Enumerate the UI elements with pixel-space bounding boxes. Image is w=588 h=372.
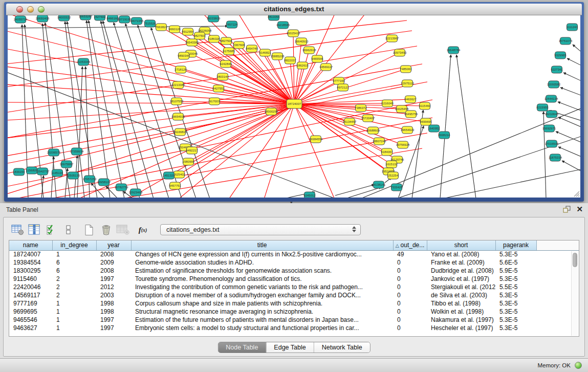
- column-header-pagerank[interactable]: pagerank: [495, 240, 536, 250]
- network-node[interactable]: 1640952: [428, 125, 440, 132]
- cell-short[interactable]: Dudbridge et al. (2008): [427, 267, 495, 275]
- cell-out_degree[interactable]: 0: [393, 267, 427, 275]
- cell-short[interactable]: Franke et al. (2009): [427, 258, 495, 267]
- network-graph[interactable]: 2405572420691406140033221065328715276028…: [8, 15, 580, 198]
- cell-name[interactable]: 9465546: [9, 316, 52, 324]
- network-node[interactable]: 19756928: [396, 141, 410, 148]
- table-row[interactable]: 1456911722003Disruption of a novel membe…: [9, 291, 579, 299]
- network-node[interactable]: 15720407: [361, 115, 375, 122]
- window-resize-grip[interactable]: [573, 190, 580, 197]
- network-node[interactable]: 9699695: [420, 118, 432, 125]
- network-node[interactable]: 30975887: [60, 161, 74, 168]
- table-row[interactable]: 946554611997Estimation of the future num…: [9, 316, 579, 324]
- network-node[interactable]: 2803144: [216, 73, 229, 80]
- network-node[interactable]: 8912954: [182, 28, 194, 35]
- table-row[interactable]: 2242004622012Investigating the contribut…: [9, 283, 579, 291]
- network-node[interactable]: 9227341: [551, 66, 563, 73]
- cell-title[interactable]: Investigating the contribution of common…: [131, 283, 393, 291]
- cell-name[interactable]: 18300295: [9, 267, 52, 275]
- column-header-short[interactable]: short: [427, 240, 495, 250]
- network-node[interactable]: 9184067: [381, 148, 393, 156]
- cell-in_degree[interactable]: 1: [52, 308, 96, 316]
- cell-short[interactable]: Jankovic et al. (1997): [427, 275, 495, 283]
- cell-pagerank[interactable]: 5.9E-5: [495, 267, 536, 275]
- cell-in_degree[interactable]: 1: [52, 299, 96, 308]
- cell-out_degree[interactable]: 0: [393, 275, 427, 283]
- network-node[interactable]: 9492217: [186, 147, 198, 154]
- network-node[interactable]: 10958107: [97, 179, 111, 186]
- cell-in_degree[interactable]: 2: [52, 275, 96, 283]
- cell-in_degree[interactable]: 1: [52, 250, 96, 258]
- cell-out_degree[interactable]: 0: [393, 324, 427, 332]
- network-node[interactable]: 21053346: [77, 58, 91, 65]
- network-node[interactable]: 19654935: [171, 113, 185, 120]
- network-node[interactable]: 15885208: [271, 53, 285, 60]
- network-node[interactable]: 20691406: [36, 15, 50, 22]
- cell-out_degree[interactable]: 0: [393, 299, 427, 308]
- network-node[interactable]: 14569117: [319, 63, 333, 71]
- cell-title[interactable]: Corpus callosum shape and size in male p…: [131, 299, 393, 308]
- cell-name[interactable]: 9777169: [9, 299, 52, 308]
- network-node[interactable]: 12093582: [547, 81, 561, 88]
- network-node[interactable]: 18724007: [287, 99, 302, 108]
- network-window-titlebar[interactable]: citations_edges.txt: [6, 4, 582, 15]
- network-node[interactable]: 1580995: [182, 158, 194, 165]
- cell-pagerank[interactable]: 5.3E-5: [495, 250, 536, 258]
- table-scrollbar-thumb[interactable]: [573, 253, 577, 267]
- network-node[interactable]: 9242848: [220, 60, 232, 68]
- cell-short[interactable]: Wolkin et al. (1998): [427, 308, 495, 316]
- cell-title[interactable]: Estimation of the future numbers of pati…: [131, 316, 393, 324]
- network-node[interactable]: 1111243: [567, 24, 578, 31]
- cell-year[interactable]: 2008: [96, 267, 131, 275]
- cell-pagerank[interactable]: 5.3E-5: [495, 324, 536, 332]
- cell-short[interactable]: de Silva et al. (2003): [427, 291, 495, 299]
- cell-in_degree[interactable]: 6: [52, 258, 96, 267]
- tab-node-table[interactable]: Node Table: [218, 342, 266, 353]
- new-column-icon[interactable]: [81, 223, 97, 237]
- network-node[interactable]: 20206576: [47, 149, 61, 156]
- network-node[interactable]: 2367608: [233, 41, 245, 49]
- tab-edge-table[interactable]: Edge Table: [266, 342, 314, 353]
- network-node[interactable]: 7663822: [155, 24, 167, 31]
- network-node[interactable]: 1839154: [13, 168, 25, 176]
- cell-out_degree[interactable]: 0: [393, 291, 427, 299]
- cell-in_degree[interactable]: 2: [52, 291, 96, 299]
- network-node[interactable]: 9465546: [311, 55, 323, 62]
- network-node[interactable]: 9890344: [178, 52, 190, 59]
- cell-pagerank[interactable]: 5.6E-5: [495, 258, 536, 267]
- network-node[interactable]: 10653287: [79, 15, 93, 20]
- network-node[interactable]: 252254: [388, 172, 399, 179]
- cell-title[interactable]: Structural magnetic resonance image aver…: [131, 308, 393, 316]
- network-node[interactable]: 15134457: [343, 118, 357, 125]
- cell-name[interactable]: 14569117: [9, 291, 52, 299]
- network-node[interactable]: 9245012: [303, 192, 316, 198]
- network-node[interactable]: 6216049: [381, 100, 394, 107]
- network-node[interactable]: 15692971: [542, 125, 556, 132]
- table-mode-icon[interactable]: [10, 223, 25, 237]
- cell-title[interactable]: Changes of HCN gene expression and I(f) …: [131, 250, 393, 258]
- network-node[interactable]: 1451329: [163, 172, 175, 179]
- cell-out_degree[interactable]: 0: [393, 283, 427, 291]
- cell-in_degree[interactable]: 1: [52, 316, 96, 324]
- network-node[interactable]: 7857224: [226, 21, 238, 28]
- network-node[interactable]: 1527602: [94, 15, 106, 20]
- network-node[interactable]: 17359934: [70, 148, 84, 155]
- cell-title[interactable]: Disruption of a novel member of a sodium…: [131, 291, 393, 299]
- cell-year[interactable]: 2012: [96, 283, 131, 291]
- cell-in_degree[interactable]: 6: [52, 267, 96, 275]
- cell-title[interactable]: Tourette syndrome. Phenomenology and cla…: [131, 275, 393, 283]
- network-node[interactable]: 16033809: [207, 15, 221, 22]
- cell-name[interactable]: 9463627: [9, 324, 52, 332]
- table-selector-dropdown[interactable]: citations_edges.txt: [160, 224, 361, 235]
- network-node[interactable]: 9175685: [223, 48, 235, 55]
- cell-year[interactable]: 1997: [96, 316, 131, 324]
- network-canvas[interactable]: 2405572420691406140033221065328715276028…: [8, 15, 580, 198]
- network-node[interactable]: 14003322: [57, 15, 71, 21]
- cell-pagerank[interactable]: 5.3E-5: [495, 291, 536, 299]
- column-header-name[interactable]: name: [9, 240, 52, 250]
- column-header-out_degree[interactable]: △out_de...: [393, 240, 427, 250]
- cell-out_degree[interactable]: 0: [393, 308, 427, 316]
- network-node[interactable]: 1862615: [296, 62, 309, 69]
- network-node[interactable]: 12975115: [401, 80, 415, 87]
- cell-in_degree[interactable]: 1: [52, 324, 96, 332]
